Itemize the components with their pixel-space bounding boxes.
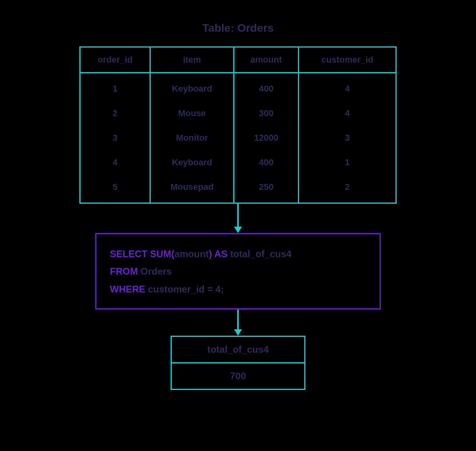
table-row: 3 Monitor 12000 3 [80,126,396,150]
cell-amount: 250 [234,175,299,203]
cell-order-id: 3 [80,126,150,150]
cell-amount: 12000 [234,126,299,150]
cell-item: Mousepad [150,175,234,203]
cell-customer-id: 4 [299,73,396,101]
cell-item: Monitor [150,126,234,150]
kw-where: WHERE [110,284,148,294]
cell-customer-id: 4 [299,101,396,126]
cell-order-id: 1 [80,73,150,101]
cell-amount: 400 [234,150,299,175]
kw-from: FROM [110,266,140,277]
sql-line-1: SELECT SUM(amount) AS total_of_cus4 [110,245,366,263]
table-row: 4 Keyboard 400 1 [80,150,396,175]
cell-order-id: 4 [80,150,150,175]
col-amount: amount [234,47,299,73]
cell-amount: 400 [234,73,299,101]
cell-amount: 300 [234,101,299,126]
table-row: 1 Keyboard 400 4 [80,73,396,101]
cell-customer-id: 3 [299,126,396,150]
cell-item: Keyboard [150,73,234,101]
result-header: total_of_cus4 [171,336,305,363]
sql-arg: amount [175,248,209,259]
table-row: 2 Mouse 300 4 [80,101,396,126]
cell-item: Keyboard [150,150,234,175]
table-title: Table: Orders [202,22,274,34]
cell-item: Mouse [150,101,234,126]
cell-customer-id: 2 [299,175,396,203]
sql-query-box: SELECT SUM(amount) AS total_of_cus4 FROM… [95,233,381,310]
sql-line-2: FROM Orders [110,263,366,280]
cell-customer-id: 1 [299,150,396,175]
col-item: item [150,47,234,73]
kw-as: ) AS [209,248,230,259]
table-row: 700 [171,363,305,390]
orders-table: order_id item amount customer_id 1 Keybo… [79,46,397,204]
kw-select: SELECT SUM( [110,248,175,259]
cell-order-id: 5 [80,175,150,203]
sql-line-3: WHERE customer_id = 4; [110,281,366,298]
result-table: total_of_cus4 700 [171,336,305,390]
table-row: 5 Mousepad 250 2 [80,175,396,203]
result-value: 700 [171,363,305,390]
arrow-down-icon [234,204,242,233]
col-customer-id: customer_id [299,47,396,73]
sql-alias: total_of_cus4 [230,248,292,259]
cell-order-id: 2 [80,101,150,126]
sql-table: Orders [140,266,172,277]
col-order-id: order_id [80,47,150,73]
sql-cond: customer_id = 4; [148,284,224,294]
arrow-down-icon [234,310,242,336]
